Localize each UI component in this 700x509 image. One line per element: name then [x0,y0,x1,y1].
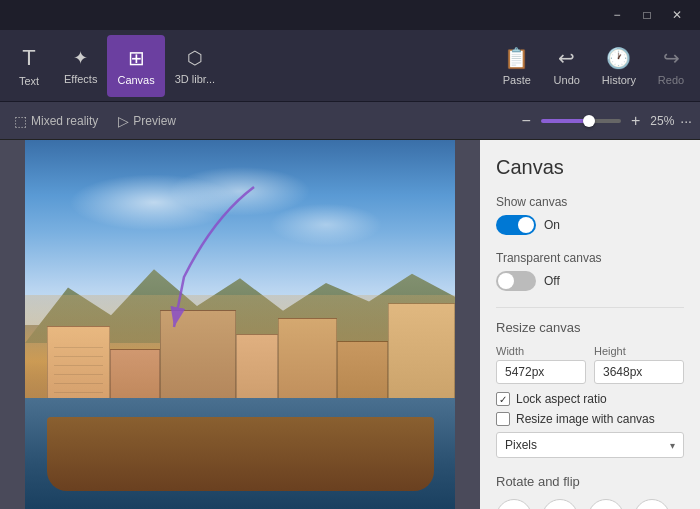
show-canvas-toggle[interactable] [496,215,536,235]
main-toolbar: T Text ✦ Effects ⊞ Canvas ⬡ 3D libr... 📋… [0,30,700,102]
zoom-out-button[interactable]: − [518,112,535,130]
canvas-area[interactable] [0,140,480,509]
canvas-icon: ⊞ [128,46,145,70]
toggle-knob-2 [498,273,514,289]
boat-layer [47,417,434,491]
lock-aspect-row[interactable]: ✓ Lock aspect ratio [496,392,684,406]
show-canvas-section: Show canvas On [496,195,684,235]
width-input[interactable] [496,360,586,384]
resize-image-checkbox[interactable] [496,412,510,426]
panel-title: Canvas [496,156,684,179]
pixels-value: Pixels [505,438,670,452]
paste-icon: 📋 [504,46,529,70]
zoom-control: − + 25% ··· [518,112,692,130]
rotate-flip-header: Rotate and flip [496,474,684,489]
height-group: Height [594,345,684,384]
toolbar-item-text[interactable]: T Text [4,35,54,97]
undo-icon: ↩ [558,46,575,70]
minimize-button[interactable]: − [602,0,632,30]
preview-button[interactable]: ▷ Preview [112,111,182,131]
text-label: Text [19,75,39,87]
rotate-cw-button[interactable]: ↻ [542,499,578,509]
transparent-canvas-toggle-label: Off [544,274,560,288]
divider-1 [496,307,684,308]
transparent-canvas-section: Transparent canvas Off [496,251,684,291]
resize-image-row[interactable]: Resize image with canvas [496,412,684,426]
width-label: Width [496,345,586,357]
mixed-reality-icon: ⬚ [14,113,27,129]
pixels-dropdown[interactable]: Pixels ▾ [496,432,684,458]
lock-aspect-checkbox[interactable]: ✓ [496,392,510,406]
toolbar-item-paste[interactable]: 📋 Paste [492,35,542,97]
flip-vertical-button[interactable]: ⇕ [634,499,670,509]
lock-aspect-label: Lock aspect ratio [516,392,607,406]
mixed-reality-button[interactable]: ⬚ Mixed reality [8,111,104,131]
history-icon: 🕐 [606,46,631,70]
zoom-more-button[interactable]: ··· [680,113,692,129]
resize-image-label: Resize image with canvas [516,412,655,426]
toolbar-item-redo[interactable]: ↪ Redo [646,35,696,97]
show-canvas-toggle-row: On [496,215,684,235]
redo-label: Redo [658,74,684,86]
preview-label: Preview [133,114,176,128]
toolbar-item-undo[interactable]: ↩ Undo [542,35,592,97]
maximize-button[interactable]: □ [632,0,662,30]
zoom-thumb[interactable] [583,115,595,127]
main-content: Canvas Show canvas On Transparent canvas… [0,140,700,509]
paste-label: Paste [503,74,531,86]
history-label: History [602,74,636,86]
rotate-row: ↺ ↻ ⇔ ⇕ [496,499,684,509]
dropdown-arrow-icon: ▾ [670,440,675,451]
width-group: Width [496,345,586,384]
3dlib-icon: ⬡ [187,47,203,69]
secondary-toolbar: ⬚ Mixed reality ▷ Preview − + 25% ··· [0,102,700,140]
rotate-ccw-button[interactable]: ↺ [496,499,532,509]
cloud-layer [25,158,455,269]
rotate-flip-section: Rotate and flip ↺ ↻ ⇔ ⇕ [496,474,684,509]
effects-label: Effects [64,73,97,85]
3dlib-label: 3D libr... [175,73,215,85]
toolbar-item-history[interactable]: 🕐 History [592,35,646,97]
resize-canvas-header: Resize canvas [496,320,684,335]
zoom-in-button[interactable]: + [627,112,644,130]
redo-icon: ↪ [663,46,680,70]
undo-label: Undo [554,74,580,86]
close-button[interactable]: ✕ [662,0,692,30]
show-canvas-toggle-label: On [544,218,560,232]
toolbar-item-canvas[interactable]: ⊞ Canvas [107,35,164,97]
preview-icon: ▷ [118,113,129,129]
height-input[interactable] [594,360,684,384]
text-icon: T [22,45,35,71]
mixed-reality-label: Mixed reality [31,114,98,128]
title-bar: − □ ✕ [0,0,700,30]
resize-canvas-section: Resize canvas Width Height ✓ Lock aspect… [496,320,684,458]
right-panel: Canvas Show canvas On Transparent canvas… [480,140,700,509]
dimension-row: Width Height [496,345,684,384]
effects-icon: ✦ [73,47,88,69]
toolbar-item-3dlib[interactable]: ⬡ 3D libr... [165,35,225,97]
transparent-canvas-toggle[interactable] [496,271,536,291]
transparent-canvas-toggle-row: Off [496,271,684,291]
canvas-label: Canvas [117,74,154,86]
toolbar-item-effects[interactable]: ✦ Effects [54,35,107,97]
toggle-knob [518,217,534,233]
show-canvas-label: Show canvas [496,195,684,209]
zoom-slider[interactable] [541,119,621,123]
zoom-value: 25% [650,114,674,128]
flip-horizontal-button[interactable]: ⇔ [588,499,624,509]
canvas-image [25,140,455,509]
transparent-canvas-label: Transparent canvas [496,251,684,265]
height-label: Height [594,345,684,357]
